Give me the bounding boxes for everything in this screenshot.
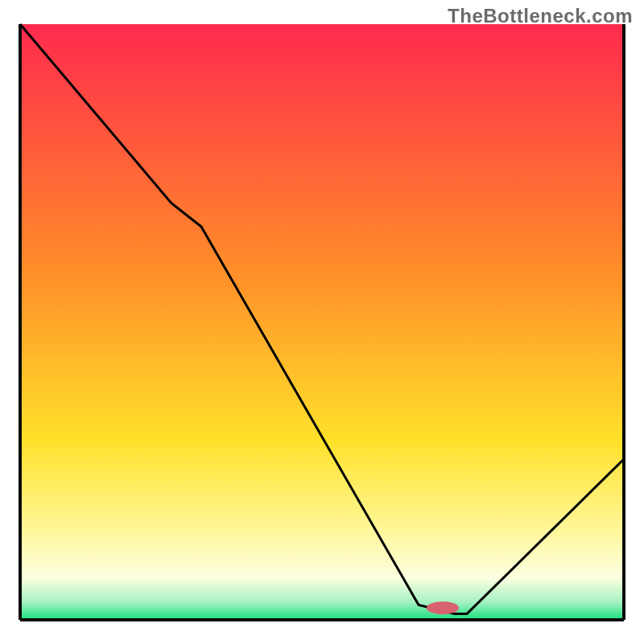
watermark-text: TheBottleneck.com [448, 5, 633, 27]
gradient-background [20, 24, 624, 620]
bottleneck-chart [0, 0, 644, 644]
optimum-marker [427, 601, 459, 614]
plot-area [20, 24, 624, 620]
chart-stage: TheBottleneck.com [0, 0, 644, 644]
